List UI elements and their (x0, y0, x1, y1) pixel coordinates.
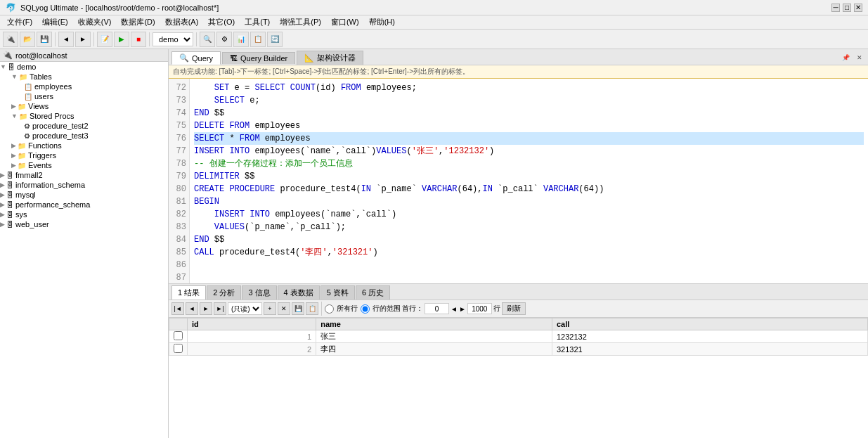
stop-btn[interactable]: ■ (131, 32, 146, 47)
refresh-button[interactable]: 刷新 (502, 302, 526, 315)
open-btn[interactable]: 📂 (20, 32, 35, 47)
tool3-btn[interactable]: 📊 (233, 32, 249, 47)
tree-expand-icon[interactable]: ▶ (11, 103, 16, 110)
result-del-btn[interactable]: ✕ (278, 302, 290, 315)
tree-expand-icon[interactable]: ▼ (0, 63, 6, 70)
row-checkbox-cell[interactable] (169, 343, 188, 356)
tree-expand-icon[interactable]: ▶ (11, 152, 16, 159)
tree-expand-icon[interactable]: ▶ (11, 142, 16, 149)
tree-expand-icon[interactable]: ▶ (11, 162, 16, 169)
new-connection-btn[interactable]: 🔌 (3, 32, 18, 47)
save-btn[interactable]: 💾 (37, 32, 52, 47)
tree-node-icon: 🗄 (8, 63, 15, 71)
forward-btn[interactable]: ► (75, 32, 91, 47)
tree-item[interactable]: 📋employees (0, 82, 168, 91)
menu-database[interactable]: 数据库(D) (117, 15, 159, 29)
tab-schema-designer[interactable]: 📐 架构设计器 (297, 51, 363, 65)
tree-item[interactable]: 📋users (0, 91, 168, 101)
tab-query[interactable]: 🔍 Query (171, 51, 221, 65)
close-button[interactable]: ✕ (854, 4, 862, 12)
result-tab-5[interactable]: 6 历史 (356, 285, 390, 299)
result-tab-3[interactable]: 4 表数据 (278, 285, 320, 299)
tree-expand-icon[interactable]: ▶ (0, 181, 5, 188)
row-checkbox[interactable] (174, 331, 183, 340)
result-prev-btn[interactable]: ◄ (186, 302, 198, 315)
menu-edit[interactable]: 编辑(E) (38, 15, 72, 29)
result-last-btn[interactable]: ►| (214, 302, 226, 315)
tree-node-icon: 📁 (19, 73, 27, 81)
page-arrow-right[interactable]: ► (459, 305, 466, 313)
page-arrow-left[interactable]: ◄ (451, 305, 458, 313)
tree-item[interactable]: ▶📁Views (0, 101, 168, 111)
tree-item[interactable]: ▶🗄web_user (0, 219, 168, 229)
tree-item[interactable]: ▼📁Stored Procs (0, 111, 168, 121)
tree-expand-icon[interactable]: ▼ (11, 73, 18, 80)
code-line: END $$ (194, 107, 864, 120)
new-query-btn[interactable]: 📝 (97, 32, 112, 47)
first-row-input[interactable] (425, 303, 449, 314)
result-next-btn[interactable]: ► (200, 302, 212, 315)
tool4-btn[interactable]: 📋 (250, 32, 266, 47)
tree-item[interactable]: ▶🗄mysql (0, 190, 168, 200)
tree-expand-icon[interactable]: ▶ (0, 172, 5, 179)
result-tab-2[interactable]: 3 信息 (242, 285, 276, 299)
menu-advanced[interactable]: 增强工具(P) (276, 15, 325, 29)
tree-item[interactable]: ⚙procedure_test3 (0, 131, 168, 141)
minimize-button[interactable]: ─ (831, 4, 840, 12)
row-count-input[interactable] (467, 303, 492, 314)
col-checkbox (169, 318, 188, 330)
tree-node-icon: 🗄 (6, 201, 13, 209)
result-tab-4[interactable]: 5 资料 (320, 285, 355, 299)
tree-item[interactable]: ▶📁Functions (0, 141, 168, 150)
table-row[interactable]: 2 李四 321321 (169, 343, 868, 356)
restore-button[interactable]: □ (843, 4, 851, 12)
db-selector[interactable]: demo (153, 32, 193, 46)
tree-item[interactable]: ▼🗄demo (0, 62, 168, 72)
menu-table[interactable]: 数据表(A) (161, 15, 203, 29)
tree-expand-icon[interactable]: ▶ (0, 211, 5, 218)
tree-item[interactable]: ▶📁Events (0, 160, 168, 170)
result-add-btn[interactable]: + (264, 302, 276, 315)
back-btn[interactable]: ◄ (58, 32, 74, 47)
result-tab-0[interactable]: 1 结果 (171, 285, 206, 299)
result-copy-btn[interactable]: 📋 (306, 302, 318, 315)
tree-node-label: mysql (15, 191, 36, 199)
tree-node-label: employees (34, 82, 72, 91)
code-line: SELECT e; (194, 94, 864, 107)
menu-help[interactable]: 帮助(H) (365, 15, 399, 29)
tree-item[interactable]: ▶🗄sys (0, 210, 168, 219)
run-btn[interactable]: ▶ (114, 32, 129, 47)
tree-expand-icon[interactable]: ▶ (0, 191, 5, 198)
menu-file[interactable]: 文件(F) (3, 15, 37, 29)
tree-item[interactable]: ⚙procedure_test2 (0, 121, 168, 131)
tab-close-btn[interactable]: ✕ (854, 53, 865, 62)
tree-expand-icon[interactable]: ▼ (11, 112, 18, 120)
menu-favorites[interactable]: 收藏夹(V) (74, 15, 116, 29)
tree-expand-icon[interactable]: ▶ (0, 221, 5, 228)
tree-item[interactable]: ▶🗄information_schema (0, 180, 168, 190)
result-first-btn[interactable]: |◄ (171, 302, 184, 315)
tree-item[interactable]: ▶📁Triggers (0, 150, 168, 160)
tab-query-builder[interactable]: 🏗 Query Builder (222, 52, 295, 64)
radio-allrows[interactable] (325, 304, 334, 314)
menu-other[interactable]: 其它(O) (204, 15, 239, 29)
result-filter-select[interactable]: (只读) (228, 302, 262, 315)
menu-tools[interactable]: 工具(T) (240, 15, 274, 29)
table-row[interactable]: 1 张三 1232132 (169, 330, 868, 343)
tool2-btn[interactable]: ⚙ (216, 32, 232, 47)
tree-item[interactable]: ▼📁Tables (0, 72, 168, 82)
tab-pin-btn[interactable]: 📌 (839, 53, 853, 62)
menu-window[interactable]: 窗口(W) (327, 15, 363, 29)
tool5-btn[interactable]: 🔄 (267, 32, 283, 47)
row-checkbox-cell[interactable] (169, 330, 188, 343)
code-editor[interactable]: SET e = SELECT COUNT(id) FROM employees;… (190, 79, 868, 283)
tool1-btn[interactable]: 🔍 (200, 32, 215, 47)
radio-range[interactable] (361, 304, 370, 314)
row-checkbox[interactable] (174, 344, 183, 353)
data-table: id name call 1 张三 1232132 2 李四 321321 (169, 318, 868, 356)
tree-item[interactable]: ▶🗄performance_schema (0, 200, 168, 210)
tree-item[interactable]: ▶🗄fmmall2 (0, 170, 168, 180)
result-tab-1[interactable]: 2 分析 (207, 285, 241, 299)
tree-expand-icon[interactable]: ▶ (0, 201, 5, 208)
result-save-btn[interactable]: 💾 (292, 302, 304, 315)
